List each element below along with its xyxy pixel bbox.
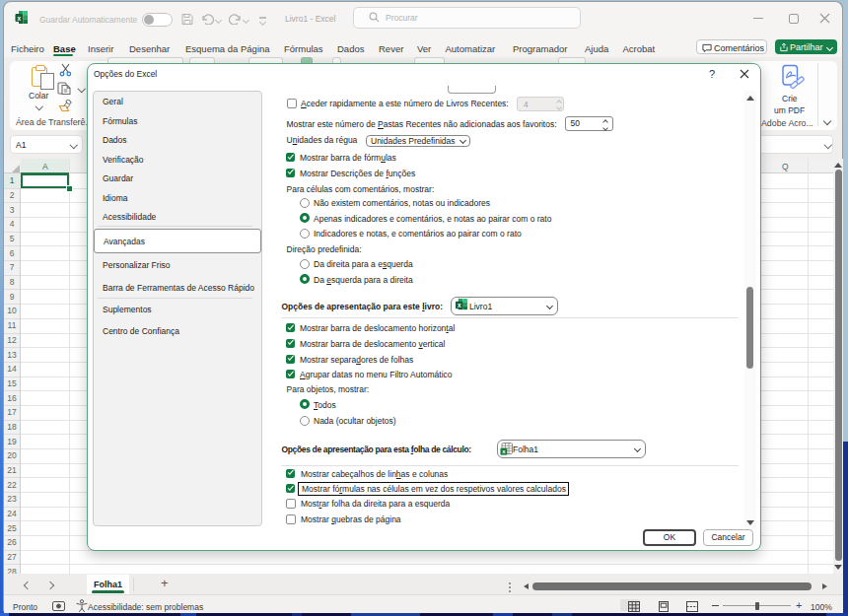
svg-text:x: x [458,302,461,308]
svg-text:x: x [17,15,21,22]
